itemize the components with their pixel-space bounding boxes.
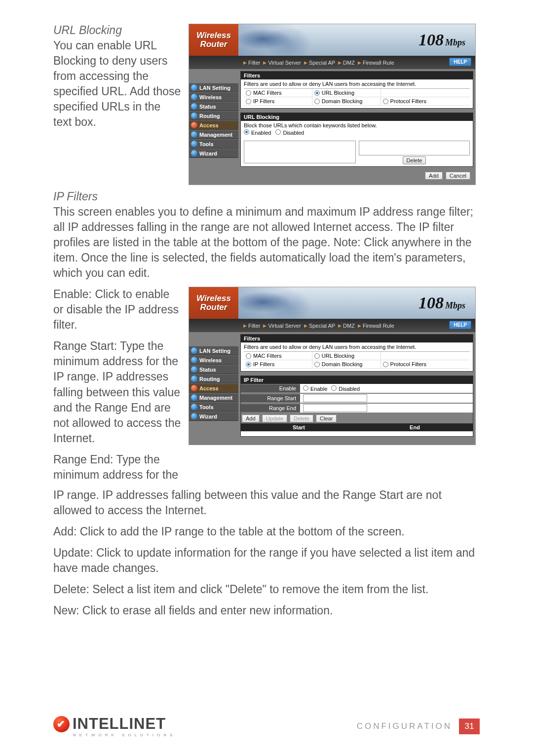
update-button[interactable]: Update — [262, 415, 287, 422]
label-enable: Enable — [241, 384, 300, 392]
nav-lan-setting[interactable]: LAN Setting — [189, 346, 238, 355]
nav-wizard[interactable]: Wizard — [189, 149, 238, 158]
radio-ip-filters[interactable]: IP Filters — [244, 97, 312, 106]
radio-disabled[interactable]: Disabled — [275, 130, 304, 136]
help-button[interactable]: HELP — [449, 321, 471, 329]
bullet-icon — [191, 404, 197, 410]
bullet-icon — [191, 394, 197, 401]
filters-desc: Filters are used to allow or deny LAN us… — [244, 344, 470, 350]
radio-mac-filters[interactable]: MAC Filters — [244, 352, 312, 360]
clear-button[interactable]: Clear — [316, 415, 337, 422]
col-end: End — [357, 423, 473, 431]
url-blocking-head: URL Blocking — [241, 113, 473, 121]
input-range-end[interactable] — [303, 404, 367, 412]
body-url-blocking: You can enable URL Blocking to deny user… — [53, 38, 182, 130]
tab-dmz[interactable]: ▶DMZ — [338, 323, 355, 329]
filters-panel: Filters Filters are used to allow or den… — [240, 71, 473, 109]
tab-virtual-server[interactable]: ▶Virtual Server — [263, 60, 301, 66]
body-range-end-b: IP range. IP addresses falling between t… — [53, 488, 480, 518]
section-name: CONFIGURATION — [357, 721, 452, 731]
url-blocking-desc: Block those URLs which contain keywords … — [244, 122, 470, 128]
ip-filter-panel: IP Filter Enable Enable Disabled Range S… — [240, 376, 473, 437]
input-range-start[interactable] — [303, 394, 367, 402]
tab-dmz[interactable]: ▶DMZ — [338, 60, 355, 66]
nav-management[interactable]: Management — [189, 130, 238, 139]
tab-filter[interactable]: ▶Filter — [243, 323, 260, 329]
label-range-end: Range End — [241, 404, 300, 412]
delete-button[interactable]: Delete — [403, 156, 426, 164]
nav-management[interactable]: Management — [189, 393, 238, 402]
body-delete: Delete: Select a list item and click "De… — [53, 582, 480, 597]
banner-speed: 108Mbps — [419, 294, 465, 312]
tab-firewall-rule[interactable]: ▶Firewall Rule — [358, 323, 394, 329]
body-ip-filters-intro: This screen enables you to define a mini… — [53, 204, 480, 281]
body-range-start: Range Start: Type the minimum address fo… — [53, 339, 182, 446]
ip-filter-head: IP Filter — [241, 376, 473, 384]
ip-table-header: Start End — [241, 423, 473, 431]
nav-access[interactable]: Access — [189, 120, 238, 130]
radio-domain-blocking[interactable]: Domain Blocking — [312, 360, 381, 369]
radio-enabled[interactable]: Enabled — [244, 130, 271, 136]
body-enable: Enable: Click to enable or disable the I… — [53, 287, 182, 333]
nav-tools[interactable]: Tools — [189, 402, 238, 412]
router-logo: Wireless Router — [189, 24, 238, 56]
bullet-icon — [191, 376, 197, 382]
add-button[interactable]: Add — [425, 172, 443, 180]
banner-speed: 108Mbps — [419, 31, 465, 49]
body-new: New: Click to erase all fields and enter… — [53, 603, 480, 618]
nav-status[interactable]: Status — [189, 102, 238, 111]
help-button[interactable]: HELP — [449, 58, 471, 66]
nav-wizard[interactable]: Wizard — [189, 412, 238, 421]
add-button[interactable]: Add — [242, 415, 260, 422]
screenshot-ip-filter: Wireless Router 108Mbps ▶Filter ▶Virtual… — [189, 287, 476, 445]
nav-tools[interactable]: Tools — [189, 139, 238, 149]
radio-protocol-filters[interactable]: Protocol Filters — [381, 97, 470, 106]
radio-ip-enable[interactable]: Enable — [303, 385, 327, 392]
router-tabs: ▶Filter ▶Virtual Server ▶Special AP ▶DMZ… — [189, 56, 475, 69]
url-list[interactable] — [359, 141, 470, 155]
nav-lan-setting[interactable]: LAN Setting — [189, 83, 238, 92]
url-keywords-input[interactable] — [244, 141, 356, 163]
body-update: Update: Click to update information for … — [53, 545, 480, 576]
tab-special-ap[interactable]: ▶Special AP — [304, 60, 335, 66]
nav-access[interactable]: Access — [189, 383, 238, 393]
delete-button[interactable]: Delete — [290, 415, 313, 422]
router-logo: Wireless Router — [189, 287, 238, 319]
bullet-icon — [191, 131, 197, 138]
bullet-icon — [191, 103, 197, 110]
nav-wireless[interactable]: Wireless — [189, 355, 238, 365]
nav-wireless[interactable]: Wireless — [189, 92, 238, 102]
ip-table-body — [241, 431, 473, 436]
tab-firewall-rule[interactable]: ▶Firewall Rule — [358, 60, 394, 66]
label-range-start: Range Start — [241, 394, 300, 402]
body-range-end-a: Range End: Type the minimum address for … — [53, 452, 182, 483]
brand-subtitle: NETWORK SOLUTIONS — [73, 733, 176, 737]
radio-ip-disable[interactable]: Disabled — [331, 385, 360, 392]
radio-url-blocking[interactable]: URL Blocking — [312, 352, 381, 360]
body-add: Add: Click to add the IP range to the ta… — [53, 524, 480, 539]
nav-routing[interactable]: Routing — [189, 111, 238, 120]
page-footer: INTELLINET NETWORK SOLUTIONS CONFIGURATI… — [53, 715, 480, 737]
bullet-icon — [191, 413, 197, 419]
logo-ball-icon — [53, 716, 70, 732]
radio-protocol-filters[interactable]: Protocol Filters — [381, 360, 470, 369]
bullet-icon — [191, 357, 197, 363]
bullet-icon — [191, 84, 197, 91]
nav-status[interactable]: Status — [189, 365, 238, 374]
bullet-icon — [191, 141, 197, 147]
radio-mac-filters[interactable]: MAC Filters — [244, 89, 312, 97]
radio-ip-filters[interactable]: IP Filters — [244, 360, 312, 369]
bullet-icon — [191, 122, 197, 128]
tab-special-ap[interactable]: ▶Special AP — [304, 323, 335, 329]
router-tabs: ▶Filter ▶Virtual Server ▶Special AP ▶DMZ… — [189, 319, 475, 332]
nav-routing[interactable]: Routing — [189, 374, 238, 383]
radio-url-blocking[interactable]: URL Blocking — [312, 89, 381, 97]
banner-art — [238, 287, 322, 319]
radio-domain-blocking[interactable]: Domain Blocking — [312, 97, 381, 106]
tab-filter[interactable]: ▶Filter — [243, 60, 260, 66]
tab-virtual-server[interactable]: ▶Virtual Server — [263, 323, 301, 329]
filters-desc: Filters are used to allow or deny LAN us… — [244, 81, 470, 87]
col-start: Start — [241, 423, 357, 431]
cancel-button[interactable]: Cancel — [446, 172, 470, 180]
bullet-icon — [191, 385, 197, 391]
